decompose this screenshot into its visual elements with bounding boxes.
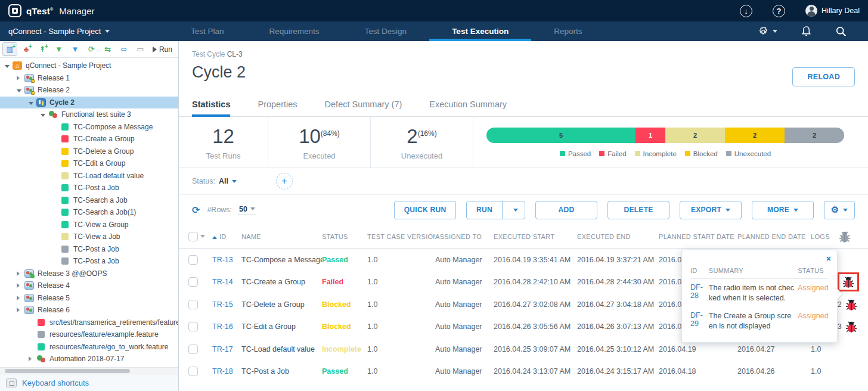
tree-item[interactable]: Release 2 <box>0 84 178 97</box>
tree-item[interactable]: Release 6 <box>0 304 178 316</box>
nav-tab-test-design[interactable]: Test Design <box>342 21 430 41</box>
column-header-status[interactable]: STATUS <box>322 233 367 240</box>
scrollbar-thumb[interactable] <box>5 369 130 373</box>
test-run-id-link[interactable]: TR-17 <box>212 345 241 353</box>
test-run-id-link[interactable]: TR-14 <box>212 278 241 286</box>
tab-properties[interactable]: Properties <box>258 94 297 116</box>
column-header-executed-end[interactable]: EXECUTED END <box>577 233 659 240</box>
tree-item[interactable]: TC-Post a Job <box>0 255 178 268</box>
tree-item[interactable]: TC-Delete a Group <box>0 145 178 158</box>
bug-icon[interactable] <box>841 275 855 289</box>
tree-item[interactable]: Release 1 <box>0 72 178 85</box>
nav-tab-requirements[interactable]: Requirements <box>247 21 342 41</box>
more-button[interactable]: MORE <box>752 201 814 219</box>
select-all-checkbox[interactable] <box>188 232 198 241</box>
tree-item[interactable]: TC-Compose a Message <box>0 121 178 134</box>
reload-button[interactable]: RELOAD <box>792 67 855 86</box>
row-checkbox[interactable] <box>188 277 198 287</box>
recycle-bin-icon[interactable]: ▼ <box>51 42 66 56</box>
tree-item[interactable]: TC-View a Group <box>0 219 178 231</box>
bug-icon[interactable] <box>844 319 858 334</box>
run-automation-button[interactable]: Run <box>149 42 176 56</box>
tree-item[interactable]: Release 3 @@OOPS <box>0 268 178 280</box>
close-icon[interactable]: × <box>826 254 831 263</box>
tree-item[interactable]: qConnect - Sample Project <box>0 60 178 72</box>
add-button[interactable]: ADD <box>535 201 597 219</box>
tree-item[interactable]: TC-Post a Job <box>0 182 178 194</box>
tree-item[interactable]: Cycle 2 <box>0 97 178 109</box>
project-selector[interactable]: qConnect - Sample Project <box>8 27 168 36</box>
column-header-id[interactable]: ID <box>212 233 241 240</box>
grid-settings-button[interactable]: ⚙ <box>824 201 855 219</box>
tree-item[interactable]: Functional test suite 3 <box>0 108 178 121</box>
keyboard-shortcuts-link[interactable]: Keyboard shortcuts <box>22 378 89 387</box>
table-row[interactable]: TR-18 TC-Post a Job Passed 1.0 Auto Mana… <box>179 361 868 383</box>
bug-icon[interactable] <box>838 229 852 244</box>
download-icon[interactable]: ↓ <box>740 5 752 17</box>
tree-expander[interactable] <box>17 281 23 290</box>
row-checkbox[interactable] <box>188 345 198 354</box>
export-icon[interactable]: ⇨ <box>116 42 131 56</box>
defects-cell[interactable]: 3 <box>838 319 868 334</box>
test-run-id-link[interactable]: TR-15 <box>212 300 241 309</box>
add-test-run-icon[interactable]: ▥ + <box>2 42 17 56</box>
filter-icon[interactable]: ▼ <box>67 42 82 56</box>
tab-execution-summary[interactable]: Execution Summary <box>429 94 507 116</box>
column-header-name[interactable]: NAME <box>241 233 322 240</box>
tree-item[interactable]: TC-Post a Job <box>0 243 178 256</box>
tree-expander[interactable] <box>17 74 23 82</box>
tree-expander[interactable] <box>17 269 23 278</box>
refresh-icon[interactable]: ⟳ <box>192 204 200 216</box>
delete-button[interactable]: DELETE <box>607 201 669 219</box>
row-checkbox[interactable] <box>188 367 198 376</box>
tree-expander[interactable] <box>5 61 11 70</box>
column-header-executed-start[interactable]: EXECUTED START <box>494 233 577 240</box>
add-filter-button[interactable]: + <box>276 173 293 190</box>
row-checkbox[interactable] <box>188 255 198 265</box>
tree-item[interactable]: resources/feature/go_to_work.feature <box>0 341 178 353</box>
defect-id-link[interactable]: DF-29 <box>690 307 709 335</box>
search-icon[interactable] <box>835 26 847 37</box>
tree-item[interactable]: Release 4 <box>0 280 178 292</box>
test-run-id-link[interactable]: TR-16 <box>212 322 241 331</box>
tree-item[interactable]: Release 5 <box>0 292 178 305</box>
nav-tab-reports[interactable]: Reports <box>531 21 604 41</box>
move-icon[interactable]: ⇆ <box>100 42 115 56</box>
tree-item[interactable]: TC-Edit a Group <box>0 157 178 170</box>
keyboard-shortcuts-bar[interactable]: Keyboard shortcuts <box>0 374 178 391</box>
refresh-icon[interactable]: ⟳ <box>84 42 99 56</box>
row-checkbox[interactable] <box>188 300 198 309</box>
test-run-id-link[interactable]: TR-18 <box>212 367 241 376</box>
notifications-bell-icon[interactable] <box>801 26 811 37</box>
tree-item[interactable]: TC-Create a Group <box>0 133 178 145</box>
tab-statistics[interactable]: Statistics <box>192 94 230 116</box>
quick-run-button[interactable]: QUICK RUN <box>394 201 456 219</box>
add-test-suite-icon[interactable]: ♣ + <box>18 42 33 56</box>
user-menu[interactable]: Hillary Deal <box>805 5 860 17</box>
tree-item[interactable]: resources/feature/example.feature <box>0 328 178 341</box>
tree-expander[interactable] <box>29 98 35 107</box>
run-dropdown-caret[interactable] <box>507 201 525 219</box>
tree-expander[interactable] <box>41 110 46 119</box>
column-header-assigned-to[interactable]: ASSIGNED TO <box>435 233 494 240</box>
tree-item[interactable]: TC-Search a Job(1) <box>0 206 178 219</box>
rows-per-page-select[interactable]: 50 <box>238 205 256 215</box>
column-header-planned-start-date[interactable]: PLANNED START DATE <box>659 233 737 240</box>
column-header-test-case-version[interactable]: TEST CASE VERSION <box>367 233 435 240</box>
run-button[interactable]: RUN <box>467 201 503 219</box>
nav-tab-test-execution[interactable]: Test Execution <box>429 21 531 41</box>
settings-menu[interactable] <box>758 26 777 38</box>
row-checkbox[interactable] <box>188 322 198 331</box>
defects-cell[interactable]: 2 <box>838 297 868 312</box>
nav-tab-test-plan[interactable]: Test Plan <box>168 21 247 41</box>
column-header-logs[interactable]: LOGS <box>811 233 838 240</box>
chevron-down-icon[interactable] <box>232 180 237 183</box>
column-header-planned-end-date[interactable]: PLANNED END DATE <box>737 233 811 240</box>
tree-expander[interactable] <box>17 86 23 94</box>
run-split-button[interactable]: RUN <box>466 201 525 219</box>
tree-item[interactable]: TC-Load default value <box>0 170 178 182</box>
select-menu-caret[interactable] <box>200 235 205 238</box>
apps-grid-icon[interactable] <box>708 5 720 17</box>
tree-item[interactable]: Automation 2018-07-17 <box>0 353 178 365</box>
tab-defect-summary-7-[interactable]: Defect Summary (7) <box>325 94 402 116</box>
